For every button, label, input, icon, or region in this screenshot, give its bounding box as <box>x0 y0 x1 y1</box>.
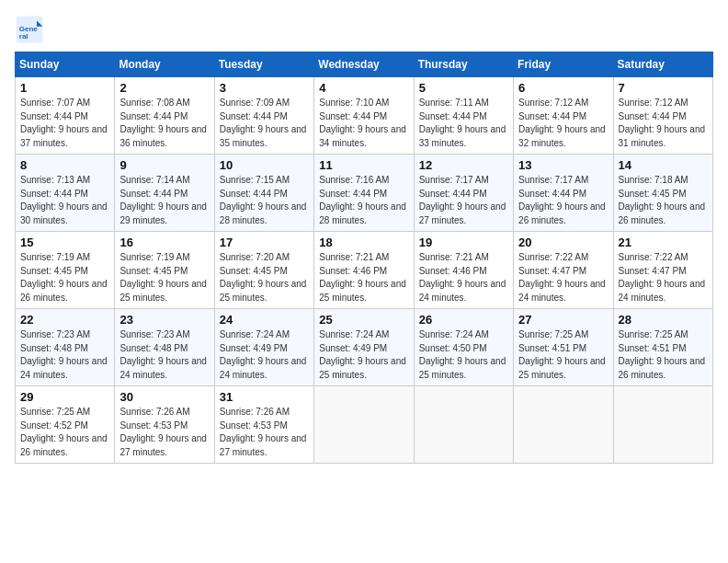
svg-text:Gene: Gene <box>19 25 39 33</box>
day-number: 7 <box>619 81 708 95</box>
calendar-cell: 9 Sunrise: 7:14 AMSunset: 4:44 PMDayligh… <box>115 155 214 232</box>
header-tuesday: Tuesday <box>214 52 313 77</box>
day-number: 19 <box>419 236 508 249</box>
calendar-cell: 23 Sunrise: 7:23 AMSunset: 4:48 PMDaylig… <box>115 309 214 386</box>
calendar-cell: 28 Sunrise: 7:25 AMSunset: 4:51 PMDaylig… <box>613 309 712 386</box>
header-monday: Monday <box>115 52 214 77</box>
header-thursday: Thursday <box>414 52 513 77</box>
header-saturday: Saturday <box>613 52 712 77</box>
day-number: 18 <box>319 236 408 249</box>
day-number: 2 <box>119 81 209 95</box>
day-info: Sunrise: 7:19 AMSunset: 4:45 PMDaylight:… <box>119 251 209 304</box>
day-info: Sunrise: 7:17 AMSunset: 4:44 PMDaylight:… <box>419 174 508 227</box>
day-number: 27 <box>518 313 608 327</box>
day-number: 28 <box>619 313 708 327</box>
calendar-cell: 18 Sunrise: 7:21 AMSunset: 4:46 PMDaylig… <box>314 232 414 309</box>
calendar-header-row: SundayMondayTuesdayWednesdayThursdayFrid… <box>16 52 713 77</box>
day-info: Sunrise: 7:19 AMSunset: 4:45 PMDaylight:… <box>20 251 109 304</box>
calendar-week-row: 1 Sunrise: 7:07 AMSunset: 4:44 PMDayligh… <box>16 77 713 155</box>
day-number: 10 <box>220 158 309 172</box>
day-number: 30 <box>119 390 209 404</box>
day-info: Sunrise: 7:25 AMSunset: 4:51 PMDaylight:… <box>518 328 608 382</box>
calendar-cell <box>414 386 513 464</box>
day-info: Sunrise: 7:07 AMSunset: 4:44 PMDaylight:… <box>20 97 109 150</box>
day-number: 20 <box>518 236 608 249</box>
day-info: Sunrise: 7:10 AMSunset: 4:44 PMDaylight:… <box>319 97 408 150</box>
calendar-week-row: 29 Sunrise: 7:25 AMSunset: 4:52 PMDaylig… <box>16 386 713 464</box>
calendar-cell: 8 Sunrise: 7:13 AMSunset: 4:44 PMDayligh… <box>16 155 115 232</box>
calendar-cell: 3 Sunrise: 7:09 AMSunset: 4:44 PMDayligh… <box>214 77 313 155</box>
day-info: Sunrise: 7:21 AMSunset: 4:46 PMDaylight:… <box>419 251 508 304</box>
day-number: 26 <box>419 313 508 327</box>
day-info: Sunrise: 7:11 AMSunset: 4:44 PMDaylight:… <box>419 97 508 150</box>
day-number: 12 <box>419 158 508 172</box>
day-info: Sunrise: 7:09 AMSunset: 4:44 PMDaylight:… <box>220 97 309 150</box>
day-info: Sunrise: 7:15 AMSunset: 4:44 PMDaylight:… <box>220 174 309 227</box>
day-number: 29 <box>20 390 109 404</box>
calendar-cell: 20 Sunrise: 7:22 AMSunset: 4:47 PMDaylig… <box>514 232 613 309</box>
calendar-cell: 12 Sunrise: 7:17 AMSunset: 4:44 PMDaylig… <box>414 155 513 232</box>
calendar-cell <box>514 386 613 464</box>
calendar-week-row: 15 Sunrise: 7:19 AMSunset: 4:45 PMDaylig… <box>16 232 713 309</box>
day-number: 31 <box>220 390 309 404</box>
day-number: 6 <box>518 81 608 95</box>
calendar-cell: 14 Sunrise: 7:18 AMSunset: 4:45 PMDaylig… <box>613 155 712 232</box>
calendar-cell: 31 Sunrise: 7:26 AMSunset: 4:53 PMDaylig… <box>214 386 313 464</box>
day-info: Sunrise: 7:26 AMSunset: 4:53 PMDaylight:… <box>220 406 309 459</box>
day-info: Sunrise: 7:12 AMSunset: 4:44 PMDaylight:… <box>518 97 608 150</box>
day-info: Sunrise: 7:24 AMSunset: 4:50 PMDaylight:… <box>419 328 508 382</box>
calendar-cell: 7 Sunrise: 7:12 AMSunset: 4:44 PMDayligh… <box>613 77 712 155</box>
calendar-cell: 1 Sunrise: 7:07 AMSunset: 4:44 PMDayligh… <box>16 77 115 155</box>
calendar-cell: 21 Sunrise: 7:22 AMSunset: 4:47 PMDaylig… <box>613 232 712 309</box>
calendar-week-row: 22 Sunrise: 7:23 AMSunset: 4:48 PMDaylig… <box>16 309 713 386</box>
calendar-cell: 27 Sunrise: 7:25 AMSunset: 4:51 PMDaylig… <box>514 309 613 386</box>
calendar-cell: 11 Sunrise: 7:16 AMSunset: 4:44 PMDaylig… <box>314 155 414 232</box>
calendar-cell: 13 Sunrise: 7:17 AMSunset: 4:44 PMDaylig… <box>514 155 613 232</box>
day-number: 24 <box>220 313 309 327</box>
day-number: 23 <box>119 313 209 327</box>
calendar-cell <box>314 386 414 464</box>
calendar-cell: 30 Sunrise: 7:26 AMSunset: 4:53 PMDaylig… <box>115 386 214 464</box>
day-number: 16 <box>119 236 209 249</box>
calendar-table: SundayMondayTuesdayWednesdayThursdayFrid… <box>15 52 713 464</box>
day-number: 4 <box>319 81 408 95</box>
calendar-cell: 6 Sunrise: 7:12 AMSunset: 4:44 PMDayligh… <box>514 77 613 155</box>
day-number: 14 <box>619 158 708 172</box>
calendar-cell: 19 Sunrise: 7:21 AMSunset: 4:46 PMDaylig… <box>414 232 513 309</box>
day-number: 5 <box>419 81 508 95</box>
calendar-cell: 15 Sunrise: 7:19 AMSunset: 4:45 PMDaylig… <box>16 232 115 309</box>
day-info: Sunrise: 7:16 AMSunset: 4:44 PMDaylight:… <box>319 174 408 227</box>
day-info: Sunrise: 7:22 AMSunset: 4:47 PMDaylight:… <box>518 251 608 304</box>
day-number: 8 <box>20 158 109 172</box>
day-number: 1 <box>20 81 109 95</box>
logo-icon: Gene ral <box>15 15 44 44</box>
day-info: Sunrise: 7:26 AMSunset: 4:53 PMDaylight:… <box>119 406 209 459</box>
day-number: 21 <box>619 236 708 249</box>
day-info: Sunrise: 7:14 AMSunset: 4:44 PMDaylight:… <box>119 174 209 227</box>
day-info: Sunrise: 7:23 AMSunset: 4:48 PMDaylight:… <box>20 328 109 382</box>
day-info: Sunrise: 7:12 AMSunset: 4:44 PMDaylight:… <box>619 97 708 150</box>
calendar-cell: 4 Sunrise: 7:10 AMSunset: 4:44 PMDayligh… <box>314 77 414 155</box>
calendar-cell: 17 Sunrise: 7:20 AMSunset: 4:45 PMDaylig… <box>214 232 313 309</box>
day-info: Sunrise: 7:25 AMSunset: 4:52 PMDaylight:… <box>20 406 109 459</box>
calendar-cell: 29 Sunrise: 7:25 AMSunset: 4:52 PMDaylig… <box>16 386 115 464</box>
calendar-cell <box>613 386 712 464</box>
day-info: Sunrise: 7:08 AMSunset: 4:44 PMDaylight:… <box>119 97 209 150</box>
day-number: 11 <box>319 158 408 172</box>
day-info: Sunrise: 7:20 AMSunset: 4:45 PMDaylight:… <box>220 251 309 304</box>
calendar-cell: 16 Sunrise: 7:19 AMSunset: 4:45 PMDaylig… <box>115 232 214 309</box>
calendar-cell: 22 Sunrise: 7:23 AMSunset: 4:48 PMDaylig… <box>16 309 115 386</box>
day-info: Sunrise: 7:25 AMSunset: 4:51 PMDaylight:… <box>619 328 708 382</box>
day-number: 3 <box>220 81 309 95</box>
page-header: Gene ral <box>15 15 713 44</box>
day-info: Sunrise: 7:22 AMSunset: 4:47 PMDaylight:… <box>619 251 708 304</box>
header-friday: Friday <box>514 52 613 77</box>
day-number: 13 <box>518 158 608 172</box>
calendar-cell: 5 Sunrise: 7:11 AMSunset: 4:44 PMDayligh… <box>414 77 513 155</box>
calendar-cell: 24 Sunrise: 7:24 AMSunset: 4:49 PMDaylig… <box>214 309 313 386</box>
day-number: 17 <box>220 236 309 249</box>
calendar-cell: 10 Sunrise: 7:15 AMSunset: 4:44 PMDaylig… <box>214 155 313 232</box>
header-wednesday: Wednesday <box>314 52 414 77</box>
day-info: Sunrise: 7:23 AMSunset: 4:48 PMDaylight:… <box>119 328 209 382</box>
day-info: Sunrise: 7:13 AMSunset: 4:44 PMDaylight:… <box>20 174 109 227</box>
